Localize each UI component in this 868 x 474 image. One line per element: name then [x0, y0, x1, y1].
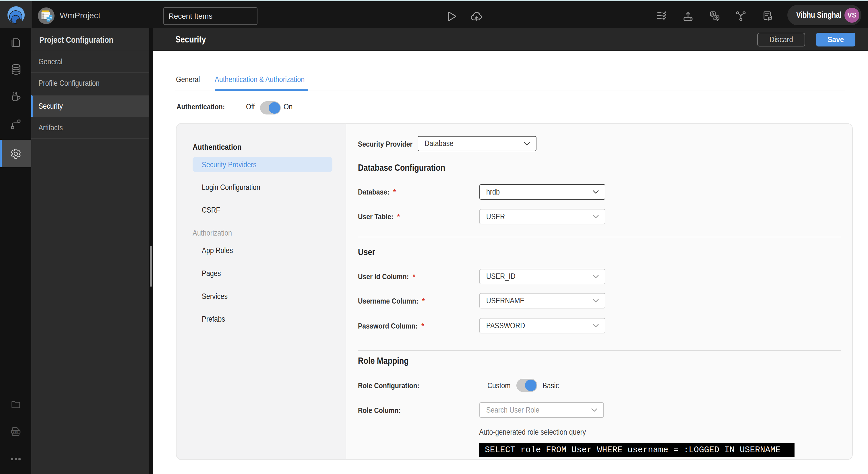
svg-text:LOG: LOG [13, 431, 18, 433]
